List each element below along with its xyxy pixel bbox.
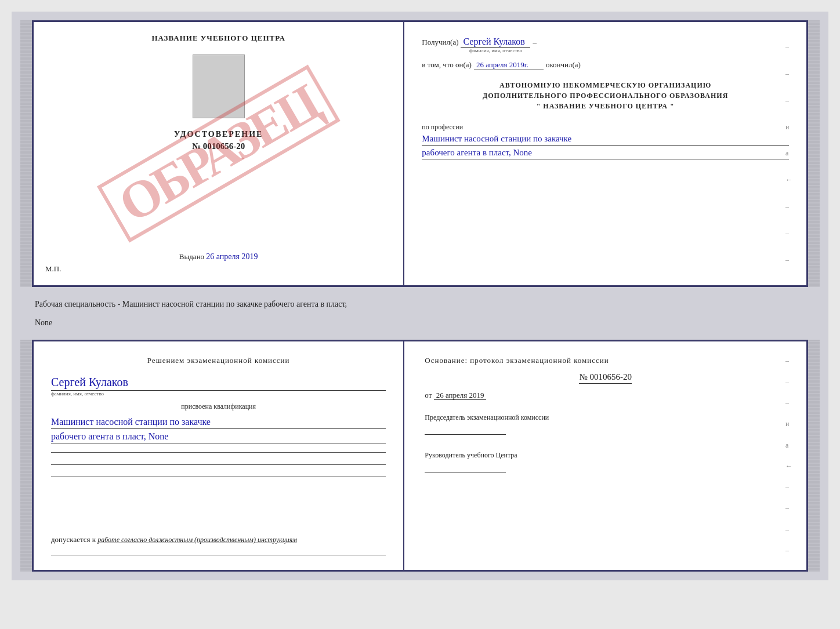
top-document-outer: НАЗВАНИЕ УЧЕБНОГО ЦЕНТРА ОБРАЗЕЦ УДОСТОВ…: [20, 20, 820, 287]
bottom-document-outer: Решением экзаменационной комиссии Сергей…: [20, 340, 820, 572]
vtom-label: в том, что он(а): [422, 60, 472, 70]
photo-placeholder: [193, 54, 245, 118]
udostoverenie-block: УДОСТОВЕРЕНИЕ № 0010656-20: [174, 130, 263, 151]
ot-date: 26 апреля 2019: [434, 391, 487, 400]
predsedatel-signature-line: [425, 434, 506, 435]
rukovoditel-label: Руководитель учебного Центра: [425, 450, 786, 460]
middle-text: Рабочая специальность - Машинист насосно…: [35, 295, 805, 314]
spine-right: [808, 20, 820, 287]
profession-line2: рабочего агента в пласт, None: [422, 148, 789, 159]
dopuskaetsya-block: допускается к работе согласно должностны…: [51, 535, 386, 544]
poluchil-value: Сергей Кулаков: [461, 37, 530, 48]
dopuskaetsya-label: допускается к: [51, 535, 96, 544]
org-line1: АВТОНОМНУЮ НЕКОММЕРЧЕСКУЮ ОРГАНИЗАЦИЮ: [422, 80, 789, 90]
po-professii: по профессии Машинист насосной станции п…: [422, 121, 789, 159]
prisvoena-label: присвоена квалификация: [51, 402, 386, 411]
autonomous-org-block: АВТОНОМНУЮ НЕКОММЕРЧЕСКУЮ ОРГАНИЗАЦИЮ ДО…: [422, 80, 789, 111]
poluchil-subtext: фамилия, имя, отчество: [469, 48, 522, 53]
poluchil-label: Получил(а): [422, 38, 458, 47]
underline-bottom: [51, 555, 386, 555]
rukovoditel-signature-line: [425, 472, 506, 472]
mp-line: М.П.: [45, 264, 61, 274]
protocol-num: № 0010656-20: [579, 372, 632, 384]
middle-text-block: Рабочая специальность - Машинист насосно…: [20, 293, 820, 334]
name-value: Сергей Кулаков: [51, 376, 386, 391]
ot-label: от: [425, 391, 432, 399]
right-dashes-bottom: –––иа←––––: [784, 341, 794, 570]
vydano-line: Выдано 26 апреля 2019: [179, 241, 258, 261]
bottom-left: Решением экзаменационной комиссии Сергей…: [34, 341, 404, 570]
page-wrapper: НАЗВАНИЕ УЧЕБНОГО ЦЕНТРА ОБРАЗЕЦ УДОСТОВ…: [12, 12, 828, 580]
spine-right-bottom: [808, 340, 820, 572]
vydano-date: 26 апреля 2019: [206, 252, 258, 261]
vtom-value: 26 апреля 2019г.: [474, 60, 544, 70]
profession-line1: Машинист насосной станции по закачке: [422, 134, 789, 146]
name-subtext: фамилия, имя, отчество: [51, 391, 386, 397]
dopuskaetsya-value: работе согласно должностным (производств…: [97, 536, 297, 544]
poluchil-row: Получил(а) Сергей Кулаков фамилия, имя, …: [422, 37, 789, 53]
okonchil-label: окончил(а): [546, 60, 581, 70]
predsedatel-label: Председатель экзаменационной комиссии: [425, 413, 786, 423]
qualification-line2: рабочего агента в пласт, None: [51, 431, 386, 443]
qualification-line1: Машинист насосной станции по закачке: [51, 417, 386, 429]
name-block: Сергей Кулаков фамилия, имя, отчество: [51, 376, 386, 397]
bottom-document: Решением экзаменационной комиссии Сергей…: [32, 340, 808, 572]
resheniem-label: Решением экзаменационной комиссии: [51, 356, 386, 365]
spine-left: [20, 20, 32, 287]
predsedatel-block: Председатель экзаменационной комиссии: [425, 413, 786, 435]
school-name-top: НАЗВАНИЕ УЧЕБНОГО ЦЕНТРА: [151, 34, 285, 43]
qualification-block: Машинист насосной станции по закачке раб…: [51, 417, 386, 443]
doc-left: НАЗВАНИЕ УЧЕБНОГО ЦЕНТРА ОБРАЗЕЦ УДОСТОВ…: [34, 22, 404, 285]
udostoverenie-num: № 0010656-20: [174, 141, 263, 151]
rukovoditel-block: Руководитель учебного Центра: [425, 450, 786, 472]
vtom-row: в том, что он(а) 26 апреля 2019г. окончи…: [422, 60, 789, 70]
bottom-right: Основание: протокол экзаменационной коми…: [404, 341, 806, 570]
underline2: [51, 464, 386, 465]
underline3: [51, 477, 386, 477]
org-line2: ДОПОЛНИТЕЛЬНОГО ПРОФЕССИОНАЛЬНОГО ОБРАЗО…: [422, 90, 789, 101]
doc-right: Получил(а) Сергей Кулаков фамилия, имя, …: [404, 22, 806, 285]
vydano-label: Выдано: [179, 252, 204, 261]
org-line3: " НАЗВАНИЕ УЧЕБНОГО ЦЕНТРА ": [422, 101, 789, 111]
dash-separator: –: [533, 38, 537, 47]
underline1: [51, 452, 386, 453]
top-document: НАЗВАНИЕ УЧЕБНОГО ЦЕНТРА ОБРАЗЕЦ УДОСТОВ…: [32, 20, 808, 287]
osnovaniye-label: Основание: протокол экзаменационной коми…: [425, 356, 786, 365]
date-row: от 26 апреля 2019: [425, 391, 786, 400]
middle-text2: None: [35, 314, 805, 332]
udostoverenie-title: УДОСТОВЕРЕНИЕ: [174, 130, 263, 139]
right-dashes: –––иа←–––: [784, 22, 794, 285]
spine-left-bottom: [20, 340, 32, 572]
